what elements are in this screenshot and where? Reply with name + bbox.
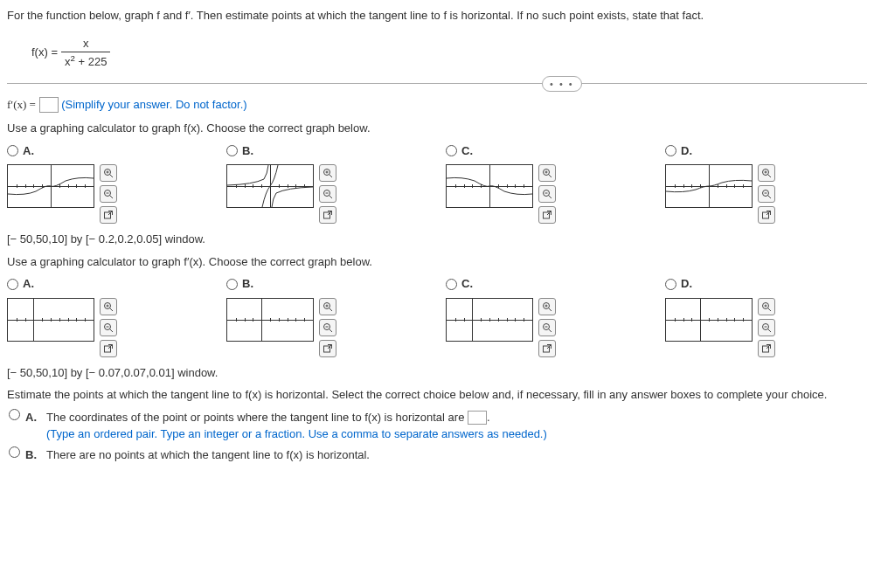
fx-label: f(x) = xyxy=(31,44,58,61)
zoom-out-icon[interactable] xyxy=(319,319,336,336)
zoom-in-icon[interactable] xyxy=(538,164,556,182)
svg-line-49 xyxy=(549,308,552,311)
radio-c[interactable] xyxy=(446,279,457,290)
svg-line-41 xyxy=(329,308,333,311)
svg-line-57 xyxy=(768,308,772,311)
zoom-out-icon[interactable] xyxy=(100,319,117,336)
zoom-in-icon[interactable] xyxy=(758,164,775,182)
final-choices: A. The coordinates of the point or point… xyxy=(7,409,867,464)
svg-line-5 xyxy=(110,196,114,199)
graph-f-instruction: Use a graphing calculator to graph f(x).… xyxy=(7,120,867,137)
zoom-in-icon[interactable] xyxy=(100,298,117,315)
zoom-out-icon[interactable] xyxy=(100,185,117,203)
zoom-in-icon[interactable] xyxy=(758,298,775,315)
graph-thumbnail-d xyxy=(665,164,753,208)
open-external-icon[interactable] xyxy=(319,206,336,224)
svg-line-17 xyxy=(549,175,552,178)
option-d[interactable]: D. xyxy=(665,142,867,225)
svg-line-21 xyxy=(549,196,552,199)
derivative-input[interactable] xyxy=(39,97,59,113)
final-choice-a[interactable]: A. The coordinates of the point or point… xyxy=(9,409,867,443)
expand-pill[interactable]: • • • xyxy=(542,76,582,93)
option-a[interactable]: A. xyxy=(7,275,209,357)
final-label-a: A. xyxy=(25,409,41,426)
fraction-numerator: x xyxy=(61,35,110,53)
graph-thumbnail-c xyxy=(446,298,533,342)
open-external-icon[interactable] xyxy=(100,206,117,224)
final-a-hint: (Type an ordered pair. Type an integer o… xyxy=(46,425,547,443)
svg-line-13 xyxy=(329,196,333,199)
svg-line-33 xyxy=(110,308,114,311)
zoom-out-icon[interactable] xyxy=(319,185,336,203)
window-spec-1: [− 50,50,10] by [− 0.2,0.2,0.05] window. xyxy=(7,231,867,248)
open-external-icon[interactable] xyxy=(538,206,556,224)
derivative-row: f′(x) = (Simplify your answer. Do not fa… xyxy=(7,96,867,114)
graph-thumbnail-b xyxy=(226,164,314,208)
svg-line-1 xyxy=(110,175,114,178)
zoom-out-icon[interactable] xyxy=(538,185,556,203)
option-a[interactable]: A. xyxy=(7,142,209,225)
zoom-in-icon[interactable] xyxy=(319,298,336,315)
radio-b[interactable] xyxy=(226,145,238,156)
radio-b[interactable] xyxy=(226,279,238,290)
svg-line-45 xyxy=(329,329,333,332)
svg-line-37 xyxy=(110,329,114,332)
radio-final-a[interactable] xyxy=(9,409,20,420)
open-external-icon[interactable] xyxy=(100,340,117,357)
option-d[interactable]: D. xyxy=(665,275,867,357)
final-label-b: B. xyxy=(25,446,41,464)
fprime-label: f′(x) = xyxy=(7,98,36,111)
final-a-input[interactable] xyxy=(468,411,487,425)
zoom-out-icon[interactable] xyxy=(538,319,556,336)
svg-line-61 xyxy=(768,329,772,332)
svg-line-25 xyxy=(768,175,772,178)
fraction-denominator: x2 + 225 xyxy=(61,52,110,71)
svg-line-9 xyxy=(329,175,333,178)
zoom-out-icon[interactable] xyxy=(758,319,775,336)
derivative-hint: (Simplify your answer. Do not factor.) xyxy=(61,98,246,111)
zoom-in-icon[interactable] xyxy=(319,164,336,182)
radio-final-b[interactable] xyxy=(9,446,20,458)
open-external-icon[interactable] xyxy=(538,340,556,357)
graph-thumbnail-b xyxy=(226,298,314,342)
radio-d[interactable] xyxy=(665,145,676,156)
graph-thumbnail-c xyxy=(446,164,533,208)
option-c[interactable]: C. xyxy=(446,275,648,357)
graph-thumbnail-a xyxy=(7,164,94,208)
svg-line-29 xyxy=(768,196,772,199)
graph-thumbnail-a xyxy=(7,298,94,342)
graph-fprime-instruction: Use a graphing calculator to graph f′(x)… xyxy=(7,253,867,271)
option-b[interactable]: B. xyxy=(226,142,428,225)
graph-thumbnail-d xyxy=(665,298,753,342)
graph-fprime-options: A. B. C. xyxy=(7,275,867,357)
final-a-text: The coordinates of the point or points w… xyxy=(46,409,547,426)
window-spec-2: [− 50,50,10] by [− 0.07,0.07,0.01] windo… xyxy=(7,364,867,382)
svg-line-53 xyxy=(549,329,552,332)
final-instruction: Estimate the points at which the tangent… xyxy=(7,386,867,404)
zoom-out-icon[interactable] xyxy=(758,185,775,203)
function-definition: f(x) = x x2 + 225 xyxy=(31,35,867,71)
open-external-icon[interactable] xyxy=(758,206,775,224)
radio-a[interactable] xyxy=(7,145,18,156)
graph-f-options: A. B. xyxy=(7,142,867,225)
radio-a[interactable] xyxy=(7,279,18,290)
zoom-in-icon[interactable] xyxy=(538,298,556,315)
zoom-in-icon[interactable] xyxy=(100,164,117,182)
final-choice-b[interactable]: B. There are no points at which the tang… xyxy=(9,446,867,464)
radio-d[interactable] xyxy=(665,279,676,290)
open-external-icon[interactable] xyxy=(758,340,775,357)
option-b[interactable]: B. xyxy=(226,275,428,357)
divider: • • • xyxy=(7,83,867,84)
open-external-icon[interactable] xyxy=(319,340,336,357)
radio-c[interactable] xyxy=(446,145,457,156)
final-b-text: There are no points at which the tangent… xyxy=(46,446,370,464)
option-c[interactable]: C. xyxy=(446,142,648,225)
question-prompt: For the function below, graph f and f′. … xyxy=(7,7,867,24)
fraction: x x2 + 225 xyxy=(61,35,110,71)
